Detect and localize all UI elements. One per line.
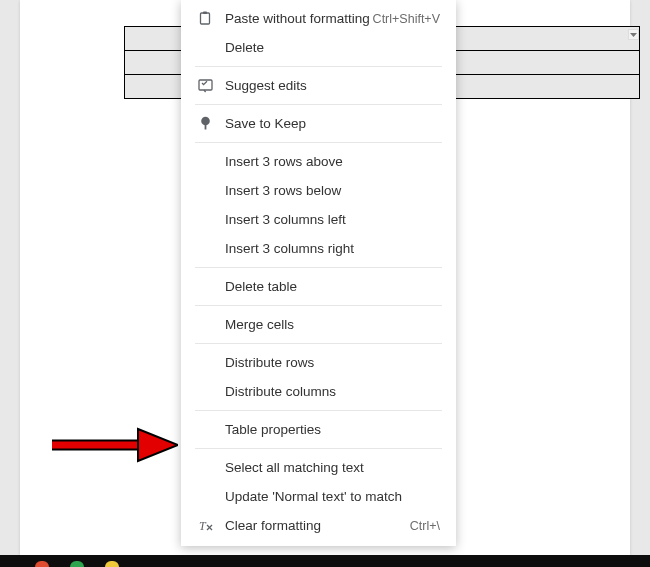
svg-rect-4 xyxy=(204,125,206,130)
menu-item-label: Distribute columns xyxy=(215,384,442,399)
suggest-icon xyxy=(195,79,215,93)
menu-item-distribute-rows[interactable]: Distribute rows xyxy=(181,348,456,377)
menu-item-label: Delete xyxy=(215,40,442,55)
svg-rect-2 xyxy=(199,80,212,90)
menu-item-label: Table properties xyxy=(215,422,442,437)
svg-point-3 xyxy=(201,117,210,126)
menu-item-delete-table[interactable]: Delete table xyxy=(181,272,456,301)
svg-rect-0 xyxy=(201,13,210,24)
menu-item-insert-3-columns-right[interactable]: Insert 3 columns right xyxy=(181,234,456,263)
paste-plain-icon xyxy=(195,11,215,26)
menu-item-label: Merge cells xyxy=(215,317,442,332)
menu-item-label: Update 'Normal text' to match xyxy=(215,489,442,504)
menu-divider xyxy=(195,343,442,344)
menu-item-paste-without-formatting[interactable]: Paste without formattingCtrl+Shift+V xyxy=(181,4,456,33)
menu-item-label: Select all matching text xyxy=(215,460,442,475)
chevron-down-icon xyxy=(630,33,637,37)
keep-icon xyxy=(195,116,215,131)
taskbar xyxy=(0,555,650,567)
menu-item-insert-3-rows-below[interactable]: Insert 3 rows below xyxy=(181,176,456,205)
menu-item-merge-cells[interactable]: Merge cells xyxy=(181,310,456,339)
context-menu: Paste without formattingCtrl+Shift+VDele… xyxy=(181,0,456,546)
menu-item-update-normal-text-to-match[interactable]: Update 'Normal text' to match xyxy=(181,482,456,511)
menu-item-label: Suggest edits xyxy=(215,78,442,93)
svg-rect-1 xyxy=(203,12,207,15)
menu-item-label: Save to Keep xyxy=(215,116,442,131)
table-options-toggle[interactable] xyxy=(628,29,639,40)
menu-item-delete[interactable]: Delete xyxy=(181,33,456,62)
menu-divider xyxy=(195,104,442,105)
clear-format-icon: T xyxy=(195,519,215,532)
menu-item-label: Paste without formatting xyxy=(215,11,373,26)
taskbar-item[interactable] xyxy=(105,561,119,567)
taskbar-item[interactable] xyxy=(70,561,84,567)
menu-divider xyxy=(195,448,442,449)
taskbar-item[interactable] xyxy=(35,561,49,567)
annotation-arrow xyxy=(48,425,178,465)
menu-item-table-properties[interactable]: Table properties xyxy=(181,415,456,444)
menu-divider xyxy=(195,410,442,411)
svg-marker-11 xyxy=(138,429,178,461)
menu-item-insert-3-columns-left[interactable]: Insert 3 columns left xyxy=(181,205,456,234)
menu-item-label: Insert 3 rows below xyxy=(215,183,442,198)
menu-item-select-all-matching-text[interactable]: Select all matching text xyxy=(181,453,456,482)
menu-divider xyxy=(195,66,442,67)
menu-item-insert-3-rows-above[interactable]: Insert 3 rows above xyxy=(181,147,456,176)
menu-item-shortcut: Ctrl+\ xyxy=(410,519,442,533)
menu-divider xyxy=(195,305,442,306)
menu-item-label: Clear formatting xyxy=(215,518,410,533)
menu-item-label: Distribute rows xyxy=(215,355,442,370)
menu-item-save-to-keep[interactable]: Save to Keep xyxy=(181,109,456,138)
menu-item-suggest-edits[interactable]: Suggest edits xyxy=(181,71,456,100)
menu-item-label: Insert 3 columns right xyxy=(215,241,442,256)
menu-divider xyxy=(195,267,442,268)
menu-item-label: Delete table xyxy=(215,279,442,294)
svg-text:T: T xyxy=(199,519,207,532)
menu-item-label: Insert 3 rows above xyxy=(215,154,442,169)
menu-item-label: Insert 3 columns left xyxy=(215,212,442,227)
menu-item-clear-formatting[interactable]: TClear formattingCtrl+\ xyxy=(181,511,456,540)
menu-divider xyxy=(195,142,442,143)
menu-item-distribute-columns[interactable]: Distribute columns xyxy=(181,377,456,406)
menu-item-shortcut: Ctrl+Shift+V xyxy=(373,12,442,26)
